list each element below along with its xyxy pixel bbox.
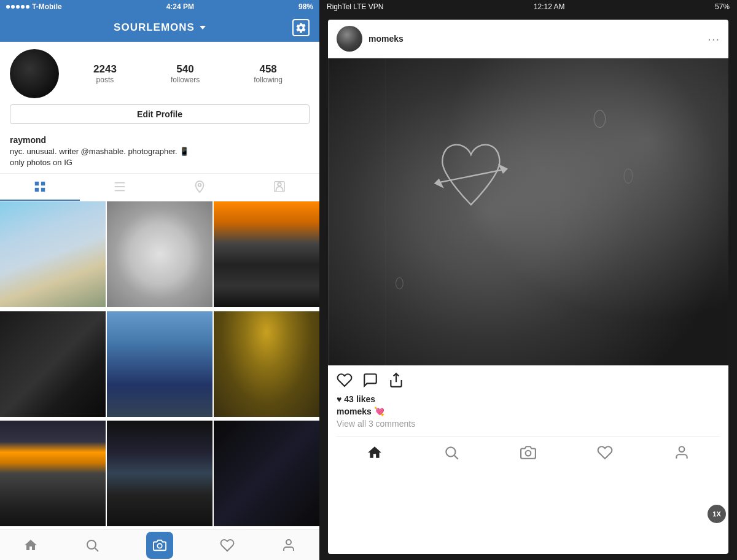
followers-label: followers — [171, 76, 200, 84]
carrier-right: RighTel LTE VPN — [327, 2, 383, 11]
bio-section: raymond nyc. unusual. writer @mashable. … — [0, 135, 319, 173]
left-iphone-panel: T-Mobile 4:24 PM 98% SOURLEMONS 2243 pos… — [0, 0, 319, 560]
comment-icon — [362, 372, 378, 388]
grid-photo-7[interactable] — [0, 421, 106, 526]
tab-grid[interactable] — [0, 174, 80, 201]
carrier-info: T-Mobile — [6, 2, 62, 11]
tab-list[interactable] — [80, 174, 160, 201]
nav-home-button[interactable] — [16, 535, 45, 555]
caption-emoji: 💘 — [374, 406, 384, 416]
grid-photo-4[interactable] — [0, 311, 106, 417]
caption-row: momeks 💘 — [337, 406, 720, 416]
posts-stat: 2243 posts — [93, 63, 117, 84]
caption-username: momeks — [337, 406, 372, 416]
svg-rect-3 — [41, 188, 45, 192]
header-username[interactable]: SOURLEMONS — [114, 21, 206, 34]
ipad-person-icon — [674, 445, 690, 461]
followers-count: 540 — [171, 63, 200, 76]
svg-line-11 — [95, 548, 99, 551]
svg-rect-17 — [385, 58, 386, 365]
share-button[interactable] — [388, 372, 404, 388]
tab-location[interactable] — [160, 174, 240, 201]
camera-icon — [153, 539, 166, 552]
time-right: 12:12 AM — [534, 2, 565, 11]
zoom-badge: 1X — [708, 505, 726, 523]
view-comments-button[interactable]: View all 3 comments — [337, 419, 720, 429]
ipad-nav-camera[interactable] — [508, 441, 548, 464]
grid-photo-2[interactable] — [107, 201, 213, 307]
heart-filled-icon: ♥ — [337, 394, 341, 404]
following-stat[interactable]: 458 following — [254, 63, 283, 84]
status-bar-right: RighTel LTE VPN 12:12 AM 57% — [319, 0, 737, 14]
share-icon — [388, 372, 404, 388]
svg-point-25 — [446, 447, 456, 456]
likes-row: ♥ 43 likes — [337, 394, 720, 404]
grid-photo-6[interactable] — [214, 311, 319, 417]
grid-photo-5[interactable] — [107, 311, 213, 417]
nav-profile-button[interactable] — [274, 535, 303, 555]
svg-point-10 — [87, 540, 96, 549]
gear-icon — [295, 22, 306, 33]
grid-photo-3[interactable] — [214, 201, 319, 307]
grid-photo-9[interactable] — [214, 421, 319, 526]
ipad-nav-search[interactable] — [431, 441, 472, 464]
profile-section: 2243 posts 540 followers 458 following E… — [0, 42, 319, 135]
post-image — [328, 58, 728, 365]
photo-tab-bar — [0, 173, 319, 201]
tab-tagged[interactable] — [240, 174, 319, 201]
svg-point-28 — [679, 446, 684, 452]
ipad-nav-profile[interactable] — [661, 441, 702, 464]
svg-rect-16 — [328, 58, 329, 365]
status-bar-left: T-Mobile 4:24 PM 98% — [0, 0, 319, 14]
nav-search-button[interactable] — [77, 535, 107, 555]
like-button[interactable] — [337, 372, 353, 388]
header-bar: SOURLEMONS — [0, 14, 319, 42]
list-icon — [113, 180, 127, 193]
ipad-home-icon — [367, 445, 383, 461]
battery-right: 57% — [715, 2, 730, 11]
nav-activity-button[interactable] — [213, 535, 242, 555]
comment-button[interactable] — [362, 372, 378, 388]
battery-left: 98% — [298, 2, 313, 11]
right-ipad-panel: RighTel LTE VPN 12:12 AM 57% momeks ··· — [319, 0, 737, 560]
post-username[interactable]: momeks — [368, 34, 708, 44]
edit-profile-button[interactable]: Edit Profile — [10, 104, 310, 124]
grid-icon — [33, 180, 47, 193]
bottom-nav-left — [0, 529, 319, 560]
ipad-nav-home[interactable] — [354, 441, 395, 464]
more-options-button[interactable]: ··· — [708, 32, 720, 46]
svg-rect-1 — [41, 182, 45, 185]
bio-line1: nyc. unusual. writer @mashable. photogra… — [10, 146, 310, 157]
followers-stat[interactable]: 540 followers — [171, 63, 200, 84]
carrier-name: T-Mobile — [32, 2, 62, 11]
nav-camera-button[interactable] — [139, 529, 181, 561]
post-header: momeks ··· — [328, 20, 728, 58]
ipad-search-icon — [443, 445, 459, 461]
posts-count: 2243 — [93, 63, 117, 76]
following-count: 458 — [254, 63, 283, 76]
svg-point-13 — [286, 540, 291, 545]
following-label: following — [254, 76, 283, 84]
search-icon — [85, 538, 99, 553]
ipad-nav-activity[interactable] — [585, 441, 625, 464]
grid-photo-1[interactable] — [0, 201, 106, 307]
ipad-heart-icon — [597, 445, 613, 461]
post-card: momeks ··· — [328, 20, 728, 554]
grid-photo-8[interactable] — [107, 421, 213, 526]
likes-count: 43 — [344, 394, 354, 404]
home-icon — [23, 538, 38, 553]
svg-rect-15 — [328, 58, 728, 365]
post-avatar — [337, 26, 362, 52]
ipad-camera-icon — [520, 445, 536, 461]
svg-rect-0 — [35, 182, 39, 185]
location-icon — [193, 180, 206, 193]
settings-button[interactable] — [292, 19, 310, 36]
tag-person-icon — [273, 180, 286, 193]
svg-rect-4 — [115, 182, 125, 184]
stats-row: 2243 posts 540 followers 458 following — [66, 63, 310, 84]
svg-point-8 — [278, 183, 281, 187]
time-left: 4:24 PM — [166, 2, 194, 11]
svg-line-26 — [454, 455, 458, 459]
svg-point-12 — [157, 543, 162, 548]
chevron-down-icon — [200, 26, 206, 29]
